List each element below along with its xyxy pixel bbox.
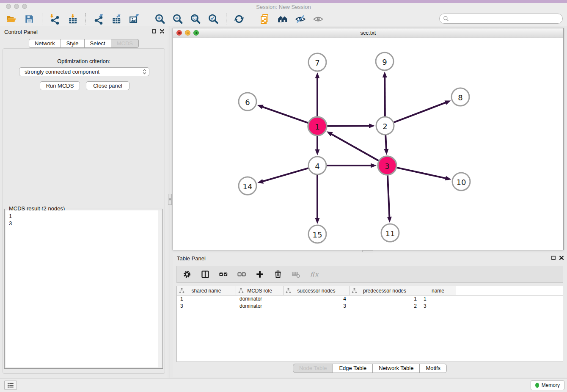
node-4[interactable]: 4 <box>308 157 326 174</box>
node-11[interactable]: 11 <box>381 224 399 242</box>
show-all-button[interactable] <box>312 13 325 25</box>
edge-2-3[interactable] <box>384 135 388 155</box>
tab-node-table[interactable]: Node Table <box>293 364 333 373</box>
edge-1-2[interactable] <box>327 124 375 128</box>
add-column-button[interactable] <box>255 269 265 279</box>
column-header-MCDS-role[interactable]: MCDS role <box>236 286 284 295</box>
node-1[interactable]: 1 <box>308 117 327 135</box>
close-panel-icon[interactable] <box>160 29 164 33</box>
cell-predecessor-nodes: 1 <box>350 295 420 303</box>
column-header-name[interactable]: name <box>420 286 456 295</box>
edge-4-14[interactable] <box>257 168 308 184</box>
column-header-successor-nodes[interactable]: successor nodes <box>284 286 350 295</box>
function-builder-button[interactable]: f(x) <box>309 269 319 279</box>
search-icon <box>443 16 449 22</box>
table-row[interactable]: 1dominator411 <box>177 295 563 303</box>
tab-network[interactable]: Network <box>29 39 61 48</box>
cell-shared-name: 1 <box>177 295 236 303</box>
edge-3-1[interactable] <box>327 131 379 160</box>
node-10[interactable]: 10 <box>452 173 470 190</box>
close-panel-icon[interactable] <box>559 256 564 260</box>
divider-grip[interactable] <box>362 250 373 252</box>
edge-4-3[interactable] <box>327 163 377 168</box>
edge-3-10[interactable] <box>396 168 451 180</box>
application-window: Session: New Session Control Panel Netwo… <box>0 0 567 392</box>
export-image-button[interactable] <box>128 13 140 25</box>
table-row[interactable]: 3dominator323 <box>177 303 563 310</box>
table-tabs: Node TableEdge TableNetwork TableMotifs <box>173 364 567 373</box>
node-7[interactable]: 7 <box>308 53 326 71</box>
table-panel-header: Table Panel <box>173 253 567 264</box>
hide-selected-button[interactable] <box>294 13 307 25</box>
cell-MCDS-role: dominator <box>236 303 284 310</box>
delete-columns-button[interactable] <box>273 269 283 279</box>
node-14[interactable]: 14 <box>239 177 256 195</box>
tab-select[interactable]: Select <box>84 39 111 48</box>
deselect-all-button[interactable] <box>237 269 247 279</box>
export-network-icon <box>93 14 104 25</box>
show-columns-button[interactable] <box>200 269 210 279</box>
network-canvas[interactable]: 7968124314101511 <box>173 38 563 250</box>
home-icon <box>277 14 288 25</box>
node-2[interactable]: 2 <box>376 117 394 135</box>
tab-mcds[interactable]: MCDS <box>111 39 139 48</box>
edge-1-4[interactable] <box>315 136 320 155</box>
node-6[interactable]: 6 <box>239 93 256 110</box>
edge-1-7[interactable] <box>315 72 320 116</box>
result-scrollbar[interactable] <box>158 210 162 367</box>
edge-2-9[interactable] <box>383 72 387 116</box>
refresh-layout-button[interactable] <box>233 13 245 25</box>
show-all-icon <box>313 14 324 25</box>
zoom-fit-button[interactable] <box>189 13 202 25</box>
cell-name: 3 <box>420 303 456 310</box>
column-header-shared-name[interactable]: shared name <box>177 286 236 295</box>
edge-2-8[interactable] <box>394 100 451 122</box>
edge-1-6[interactable] <box>257 105 308 123</box>
refresh-layout-icon <box>234 14 245 25</box>
vertical-split-divider[interactable] <box>168 26 173 378</box>
save-session-button[interactable] <box>23 13 36 25</box>
table-mode-gear-button[interactable] <box>182 269 192 279</box>
search-box[interactable] <box>439 14 563 24</box>
toolbar-separator <box>252 13 252 25</box>
open-session-button[interactable] <box>5 13 18 25</box>
optimization-criterion-select[interactable]: strongly connected component <box>19 67 149 76</box>
horizontal-split-divider[interactable] <box>173 250 564 253</box>
node-9[interactable]: 9 <box>376 52 394 70</box>
column-header-predecessor-nodes[interactable]: predecessor nodes <box>350 286 420 295</box>
zoom-in-button[interactable] <box>154 13 166 25</box>
tab-edge-table[interactable]: Edge Table <box>333 364 373 373</box>
node-3[interactable]: 3 <box>378 156 396 175</box>
edge-3-11[interactable] <box>387 175 392 223</box>
delete-columns-icon <box>273 270 283 279</box>
node-15[interactable]: 15 <box>308 225 326 243</box>
memory-button[interactable]: Memory <box>531 380 564 390</box>
divider-grip[interactable] <box>168 194 172 205</box>
export-network-button[interactable] <box>92 13 105 25</box>
select-all-button[interactable] <box>218 269 228 279</box>
edge-4-15[interactable] <box>315 175 320 224</box>
node-8[interactable]: 8 <box>451 88 469 106</box>
import-table-button[interactable] <box>66 13 79 25</box>
node-label: 14 <box>243 182 253 191</box>
tab-network-table[interactable]: Network Table <box>372 364 420 373</box>
network-window-titlebar[interactable]: scc.txt <box>173 28 563 38</box>
clone-network-button[interactable] <box>259 13 271 25</box>
close-panel-button[interactable]: Close panel <box>86 81 129 90</box>
search-input[interactable] <box>451 15 559 22</box>
zoom-out-button[interactable] <box>171 13 184 25</box>
export-table-button[interactable] <box>110 13 123 25</box>
zoom-selected-button[interactable] <box>207 13 220 25</box>
node-label: 4 <box>315 162 319 171</box>
float-panel-icon[interactable] <box>551 256 556 260</box>
task-history-button[interactable] <box>4 381 17 390</box>
home-button[interactable] <box>276 13 289 25</box>
delete-table-button[interactable] <box>291 269 301 279</box>
list-icon <box>7 381 14 389</box>
import-network-button[interactable] <box>49 13 61 25</box>
float-panel-icon[interactable] <box>152 29 156 33</box>
run-mcds-button[interactable]: Run MCDS <box>40 81 80 90</box>
tab-style[interactable]: Style <box>61 39 85 48</box>
tab-motifs[interactable]: Motifs <box>419 364 447 373</box>
import-network-icon <box>50 14 61 25</box>
